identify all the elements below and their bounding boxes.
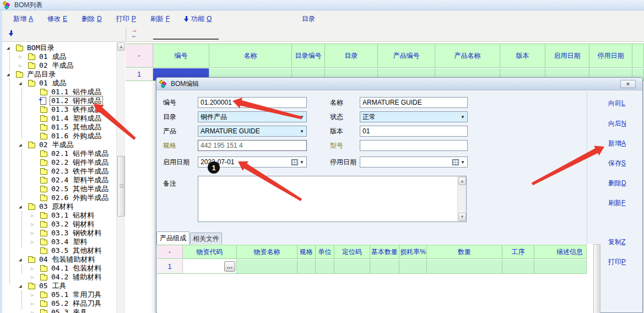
tree-item-label[interactable]: 04.1 包装材料	[50, 264, 102, 273]
detail-cell[interactable]	[427, 260, 502, 273]
tree-item-label[interactable]: 01.4 塑料成品	[50, 114, 102, 123]
start-date-picker[interactable]: 2023-07-01 ▼	[198, 156, 307, 168]
column-header[interactable]	[632, 44, 644, 67]
dialog-button-s[interactable]: 保存S	[608, 159, 636, 168]
dialog-button-n[interactable]: 向后N	[608, 119, 636, 128]
tree-collapsed-icon[interactable]: ▷	[31, 300, 36, 307]
tree-item-label[interactable]: 03 原材料	[38, 202, 74, 211]
tree-item[interactable]: 02.4 塑料半成品	[2, 176, 118, 185]
detail-row[interactable]: 1…	[157, 260, 587, 274]
tree-item-label[interactable]: 02.1 铝件半成品	[50, 149, 110, 158]
tree-item[interactable]: ◢04 包装辅助材料	[2, 255, 118, 264]
dialog-button-l[interactable]: 向前L	[608, 99, 636, 108]
column-header[interactable]: 物资代码	[183, 245, 237, 258]
tree-expanded-icon[interactable]: ◢	[7, 71, 12, 78]
tree-item[interactable]: 02.6 外购半成品	[2, 193, 118, 202]
tree-item-label[interactable]: 05.3 夹具	[50, 308, 88, 313]
column-header[interactable]: 描述信息	[534, 245, 587, 258]
tree-item[interactable]: ◢03 原材料	[2, 202, 118, 211]
tree-item[interactable]: ▷03.4 塑料	[2, 238, 118, 246]
tree-item[interactable]: ▷05.3 夹具	[2, 308, 118, 313]
tree-item-label[interactable]: 01.3 铁件成品	[50, 105, 102, 114]
detail-cell[interactable]	[534, 260, 587, 273]
tree-item-label[interactable]: 03.2 铜材料	[50, 220, 95, 229]
column-header[interactable]: 版本	[500, 44, 545, 67]
version-input[interactable]	[360, 126, 468, 137]
tree-collapsed-icon[interactable]: ▷	[19, 62, 24, 69]
tree-item-label[interactable]: 02 半成品	[38, 141, 74, 149]
tree-item-label[interactable]: 01 成品	[38, 79, 67, 88]
tree-item-label[interactable]: 05.1 常用刀具	[50, 290, 102, 299]
column-header[interactable]: 目录编号	[292, 44, 325, 67]
detail-cell[interactable]	[502, 260, 534, 273]
scroll-up-icon[interactable]: ▲	[117, 42, 125, 51]
toolbar-button-o[interactable]: 功能O	[184, 14, 212, 24]
column-header[interactable]: 启用日期	[545, 44, 589, 67]
tree-item-label[interactable]: 03.3 钢铁材料	[50, 229, 102, 238]
tree-item[interactable]: 02.5 其他半成品	[2, 185, 118, 193]
scrollbar-thumb[interactable]	[117, 156, 125, 217]
tab-product-composition[interactable]: 产品组成	[156, 231, 190, 245]
tree-item-label[interactable]: 02.5 其他半成品	[50, 185, 110, 193]
toolbar-button-a[interactable]: 新增A	[13, 14, 33, 24]
detail-cell[interactable]	[370, 260, 399, 273]
tree-collapsed-icon[interactable]: ▷	[31, 212, 36, 219]
toolbar-button-d[interactable]: 删除D	[82, 14, 102, 24]
column-header[interactable]: 数量	[427, 245, 502, 258]
column-header[interactable]: 名称	[209, 44, 292, 67]
tree-collapsed-icon[interactable]: ▷	[31, 239, 36, 245]
detail-cell[interactable]: 1	[157, 260, 183, 273]
tree-item-label[interactable]: 03.1 铝材料	[50, 211, 95, 220]
tree-item-label[interactable]: 03.5 其他材料	[50, 246, 102, 255]
tree-expanded-icon[interactable]: ◢	[19, 256, 24, 263]
column-header[interactable]: 停用日期	[589, 44, 632, 67]
status-combobox[interactable]: 正常 ▼	[360, 111, 468, 122]
catalog-combobox[interactable]: 铜件产品 ▼	[198, 111, 307, 122]
toolbar-button-p[interactable]: 打印P	[116, 14, 136, 24]
tree-scrollbar[interactable]: ▲	[116, 42, 125, 313]
dialog-button-d[interactable]: 删除D	[608, 179, 636, 188]
tree-item-label[interactable]: 01.2 铜件成品	[50, 96, 102, 105]
toolbar-button-f[interactable]: 刷新F	[150, 14, 170, 24]
name-input[interactable]	[360, 97, 468, 108]
tree-item-label[interactable]: 04.2 辅助材料	[50, 273, 102, 282]
spec-input[interactable]	[198, 140, 307, 151]
detail-cell[interactable]	[316, 260, 334, 273]
table-cell[interactable]: 1	[126, 68, 153, 80]
tree-item[interactable]: 01.1 铝件成品	[2, 88, 118, 96]
tree-item[interactable]: ◢产品目录	[2, 70, 118, 79]
column-header[interactable]: 产品编号	[378, 44, 435, 67]
tree-item-label[interactable]: 02.2 铜件半成品	[50, 158, 110, 167]
tree-item[interactable]: ▷03.2 铜材料	[2, 220, 118, 229]
tree-item[interactable]: 01.6 外购成品	[2, 132, 118, 141]
code-input[interactable]	[198, 97, 307, 108]
remark-scrollbar[interactable]: ▲ ▼	[457, 176, 466, 222]
tree-item-label[interactable]: 产品目录	[26, 70, 57, 79]
tree-item-label[interactable]: 02 半成品	[38, 61, 74, 70]
tree-item[interactable]: 01.3 铁件成品	[2, 105, 118, 114]
tree-collapsed-icon[interactable]: ▷	[31, 221, 36, 228]
close-icon[interactable]: ×	[620, 80, 636, 88]
catalog-button[interactable]: 目录	[302, 14, 315, 24]
toolbar-button-e[interactable]: 修改E	[47, 14, 67, 24]
column-header[interactable]: 规格	[297, 245, 316, 258]
tree-item[interactable]: 02.1 铝件半成品	[2, 149, 118, 158]
detail-cell[interactable]: …	[183, 260, 237, 273]
tree-collapsed-icon[interactable]: ▷	[31, 309, 36, 313]
tree-item[interactable]: ◢05 工具	[2, 282, 118, 290]
detail-cell[interactable]	[297, 260, 316, 273]
column-header[interactable]: 基本数量	[370, 245, 399, 258]
tree-item[interactable]: ◢BOM目录	[2, 44, 118, 52]
tree-item[interactable]: 03.5 其他材料	[2, 246, 118, 255]
tree-item-label[interactable]: 02.4 塑料半成品	[50, 176, 110, 185]
dialog-titlebar[interactable]: BOM编辑	[156, 78, 642, 90]
filter-input[interactable]	[153, 31, 219, 40]
column-header[interactable]: 物资名称	[237, 245, 297, 258]
tree-item[interactable]: ◢01 成品	[2, 79, 118, 88]
tree-item-label[interactable]: 01.5 其他成品	[50, 123, 102, 132]
column-header[interactable]: 编号	[153, 44, 209, 67]
tree-collapsed-icon[interactable]: ▷	[31, 265, 36, 272]
dialog-button-f[interactable]: 刷新F	[608, 198, 636, 208]
tree-item-label[interactable]: 03.4 塑料	[50, 238, 88, 246]
tree-item[interactable]: ▷03.1 铝材料	[2, 211, 118, 220]
